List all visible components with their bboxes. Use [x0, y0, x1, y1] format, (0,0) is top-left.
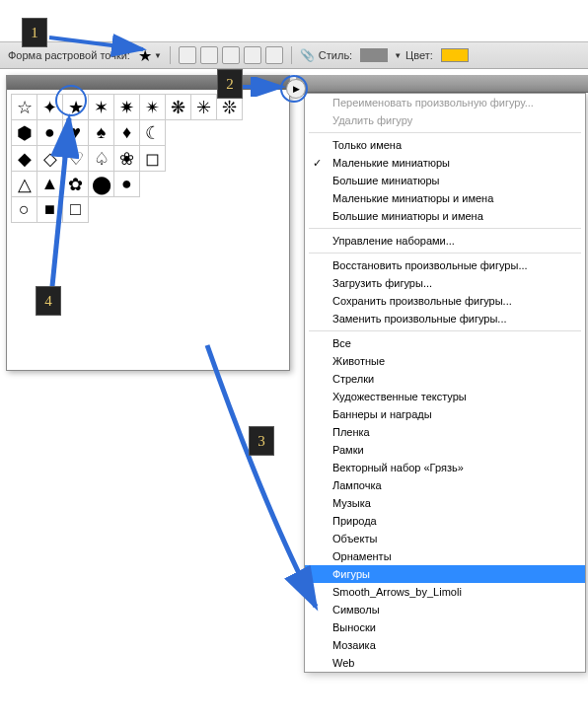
menu-item: Переименовать произвольную фигуру... — [305, 94, 585, 111]
menu-item[interactable]: Векторный набор «Грязь» — [305, 459, 585, 476]
path-mode-button-3[interactable] — [222, 46, 240, 64]
menu-item[interactable]: Управление наборами... — [305, 232, 585, 250]
path-mode-button-5[interactable] — [265, 46, 283, 64]
shape-thumbnail[interactable]: ❋ — [166, 95, 191, 120]
shape-thumbnail[interactable]: ✶ — [89, 95, 114, 120]
annotation-circle-flyout — [280, 75, 308, 103]
menu-item[interactable]: Маленькие миниатюры — [305, 154, 585, 172]
shape-thumbnail[interactable]: ❀ — [114, 146, 140, 172]
shape-thumbnail[interactable]: ▲ — [37, 172, 63, 197]
menu-item[interactable]: Орнаменты — [305, 547, 585, 565]
menu-item[interactable]: Стрелки — [305, 370, 585, 388]
paperclip-icon[interactable]: 📎 — [300, 48, 315, 62]
menu-item[interactable]: Пленка — [305, 423, 585, 441]
menu-item[interactable]: Большие миниатюры — [305, 172, 585, 189]
shape-thumbnail[interactable]: ◇ — [37, 146, 63, 172]
shape-thumbnail[interactable]: □ — [63, 197, 89, 223]
color-swatch[interactable] — [441, 48, 469, 62]
menu-item[interactable]: Животные — [305, 352, 585, 370]
menu-item[interactable]: Художественные текстуры — [305, 388, 585, 405]
menu-item[interactable]: Фигуры — [305, 565, 585, 583]
shape-picker-popup: ☆✦★✶✷✴❋✳❊⬢●♥♠♦☾◆◇♡♤❀◻△▲✿⬤●○■□ — [6, 75, 290, 371]
path-mode-button-4[interactable] — [244, 46, 261, 64]
path-mode-button-2[interactable] — [200, 46, 218, 64]
shape-thumbnail[interactable]: ☾ — [140, 120, 166, 146]
style-swatch[interactable] — [360, 48, 388, 62]
menu-item[interactable]: Мозаика — [305, 636, 585, 654]
shape-thumbnail[interactable]: ✴ — [140, 95, 166, 120]
shape-thumbnail[interactable]: ◆ — [12, 146, 37, 172]
shape-thumbnail[interactable]: ♥ — [63, 120, 89, 146]
annotation-badge-2: 2 — [217, 69, 243, 99]
shape-picker-flyout-menu: Переименовать произвольную фигуру...Удал… — [304, 93, 586, 673]
shape-thumbnail[interactable]: ☆ — [12, 95, 37, 120]
color-label: Цвет: — [405, 49, 433, 61]
menu-item[interactable]: Объекты — [305, 530, 585, 547]
shape-thumbnail[interactable]: ♦ — [114, 120, 140, 146]
menu-item[interactable]: Выноски — [305, 618, 585, 636]
star-icon: ★ — [138, 46, 152, 65]
shape-thumbnail[interactable]: ○ — [12, 197, 37, 223]
shape-thumbnail[interactable]: ✳ — [191, 95, 217, 120]
shape-thumbnail[interactable]: ⬤ — [89, 172, 114, 197]
style-label: Стиль: — [319, 49, 352, 61]
shape-thumbnail[interactable]: ◻ — [140, 146, 166, 172]
annotation-badge-4: 4 — [36, 286, 61, 316]
shape-thumbnail[interactable]: ⬢ — [12, 120, 37, 146]
menu-item[interactable]: Символы — [305, 601, 585, 618]
shape-thumbnail[interactable]: △ — [12, 172, 37, 197]
shape-thumbnail[interactable]: ● — [37, 120, 63, 146]
chevron-down-icon: ▼ — [394, 51, 402, 60]
horizontal-ruler — [296, 75, 588, 93]
menu-item[interactable]: Web — [305, 654, 585, 672]
menu-item[interactable]: Баннеры и награды — [305, 405, 585, 423]
menu-item[interactable]: Все — [305, 334, 585, 352]
menu-separator — [309, 132, 581, 133]
menu-separator — [309, 228, 581, 229]
shape-thumbnail[interactable]: ✿ — [63, 172, 89, 197]
menu-item[interactable]: Только имена — [305, 136, 585, 154]
menu-item[interactable]: Природа — [305, 512, 585, 530]
menu-item[interactable]: Заменить произвольные фигуры... — [305, 310, 585, 327]
options-toolbar: Форма растровой точки: ★ ▼ 📎 Стиль: ▼ Цв… — [0, 41, 588, 69]
chevron-down-icon: ▼ — [154, 51, 162, 60]
menu-item[interactable]: Большие миниатюры и имена — [305, 207, 585, 225]
menu-item[interactable]: Восстановить произвольные фигуры... — [305, 256, 585, 274]
annotation-badge-3: 3 — [249, 426, 274, 456]
menu-item[interactable]: Рамки — [305, 441, 585, 459]
menu-item[interactable]: Загрузить фигуры... — [305, 274, 585, 292]
shape-thumbnail[interactable]: ✷ — [114, 95, 140, 120]
popup-titlebar — [7, 76, 289, 90]
shape-thumbnail[interactable]: ■ — [37, 197, 63, 223]
menu-item[interactable]: Сохранить произвольные фигуры... — [305, 292, 585, 310]
menu-item[interactable]: Лампочка — [305, 476, 585, 494]
shape-thumbnail[interactable]: ♠ — [89, 120, 114, 146]
shapes-grid: ☆✦★✶✷✴❋✳❊⬢●♥♠♦☾◆◇♡♤❀◻△▲✿⬤●○■□ — [7, 90, 289, 227]
shape-thumbnail[interactable]: ♡ — [63, 146, 89, 172]
menu-item[interactable]: Маленькие миниатюры и имена — [305, 189, 585, 207]
shape-picker-label: Форма растровой точки: — [8, 49, 130, 61]
menu-separator — [309, 330, 581, 331]
separator — [291, 46, 292, 64]
shape-thumbnail[interactable]: ♤ — [89, 146, 114, 172]
menu-item[interactable]: Smooth_Arrows_by_Limoli — [305, 583, 585, 601]
annotation-badge-1: 1 — [22, 18, 47, 47]
shape-picker-dropdown[interactable]: ★ ▼ — [138, 46, 162, 65]
shape-thumbnail[interactable]: ● — [114, 172, 140, 197]
separator — [170, 46, 171, 64]
path-mode-button-1[interactable] — [179, 46, 196, 64]
menu-item: Удалить фигуру — [305, 111, 585, 129]
menu-item[interactable]: Музыка — [305, 494, 585, 512]
menu-separator — [309, 253, 581, 254]
annotation-circle-star — [55, 85, 87, 116]
